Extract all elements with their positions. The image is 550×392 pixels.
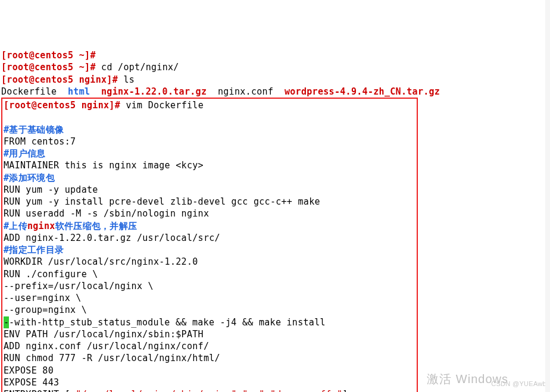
prompt-host: centos5 (35, 74, 73, 85)
ls-nginx-tgz: nginx-1.22.0.tar.gz (101, 86, 207, 97)
comment-4a: 上传 (9, 221, 27, 231)
prompt-at: @ (32, 100, 37, 111)
cmd-cd: cd /opt/nginx/ (101, 62, 179, 73)
dockerfile-user: --user=nginx \ (4, 293, 82, 303)
prompt-path: ~ (79, 62, 85, 73)
comment-1: 基于基础镜像 (9, 124, 64, 135)
dockerfile-run-install: RUN yum -y install pcre-devel zlib-devel… (4, 196, 320, 207)
cmd-ls: ls (123, 74, 135, 85)
entrypoint-close: ] (342, 389, 348, 392)
ls-wordpress-tgz: wordpress-4.9.4-zh_CN.tar.gz (285, 86, 440, 97)
prompt-user-text: root (7, 50, 29, 61)
dockerfile-prefix: --prefix=/usr/local/nginx \ (4, 281, 154, 291)
dockerfile-entrypoint: ENTRYPOINT [ (4, 389, 76, 392)
prompt-user: [ (1, 74, 7, 85)
entrypoint-str3: "daemon off;" (270, 389, 342, 392)
dockerfile-add-conf: ADD nginx.conf /usr/local/nginx/conf/ (4, 341, 209, 352)
dockerfile-run-useradd: RUN useradd -M -s /sbin/nologin nginx (4, 208, 209, 219)
prompt-hash: # (112, 74, 118, 85)
dockerfile-maintainer: MAINTAINER this is nginx image <kcy> (4, 160, 204, 171)
dockerfile-expose-443: EXPOSE 443 (4, 377, 59, 388)
dockerfile-workdir: WORKDIR /usr/local/src/nginx-1.22.0 (4, 256, 198, 267)
prompt-close: ] (107, 74, 112, 85)
comment-hash: # (4, 244, 9, 255)
comment-hash: # (4, 124, 9, 135)
comment-hash: # (4, 173, 9, 183)
prompt-path: nginx (82, 100, 110, 111)
prompt-hash: # (115, 100, 120, 111)
prompt-user: [ (4, 100, 9, 111)
prompt-hash: # (90, 50, 95, 61)
dockerfile-from: FROM centos:7 (4, 136, 76, 147)
prompt-at: @ (29, 50, 35, 61)
prompt-host: centos5 (37, 100, 76, 111)
watermark-csdn: CSDN @YUEAwb (491, 380, 546, 388)
entrypoint-str1: "/usr/local/nginx/sbin/nginx" (76, 389, 237, 392)
ls-html: html (68, 86, 90, 97)
ls-nginx-conf: nginx.conf (218, 86, 273, 97)
comment-hash: # (4, 221, 9, 231)
prompt-close: ] (85, 50, 90, 61)
prompt-at: @ (29, 74, 35, 85)
scrollbar[interactable] (545, 0, 550, 392)
prompt-host: centos5 (35, 50, 73, 61)
dockerfile-expose-80: EXPOSE 80 (4, 365, 54, 376)
entrypoint-str2: "-g" (242, 389, 264, 392)
prompt-close: ] (109, 100, 114, 111)
entrypoint-comma1: , (237, 389, 242, 392)
comment-2: 用户信息 (9, 148, 45, 159)
dockerfile-run-configure: RUN ./configure \ (4, 269, 98, 280)
prompt-user-text: root (7, 74, 29, 85)
prompt-path: nginx (79, 74, 107, 85)
comment-5: 指定工作目录 (9, 244, 64, 255)
prompt-hash: # (90, 62, 95, 73)
ls-dockerfile: Dockerfile (1, 86, 57, 97)
dockerfile-env-path: ENV PATH /usr/local/nginx/sbin:$PATH (4, 329, 204, 340)
comment-4b: 软件压缩包，并解压 (55, 221, 138, 231)
highlight-box: [root@centos5 nginx]# vim Dockerfile #基于… (1, 98, 418, 392)
terminal-output[interactable]: [root@centos5 ~]# [root@centos5 ~]# cd /… (1, 49, 549, 392)
cmd-vim: vim Dockerfile (126, 100, 204, 111)
dockerfile-add-tar: ADD nginx-1.22.0.tar.gz /usr/local/src/ (4, 233, 220, 243)
comment-hash: # (4, 148, 9, 159)
entrypoint-comma2: , (265, 389, 270, 392)
prompt-user-text: root (9, 100, 31, 111)
prompt-at: @ (29, 62, 35, 73)
prompt-user-text: root (7, 62, 29, 73)
prompt-user: [ (1, 62, 7, 73)
prompt-host: centos5 (35, 62, 73, 73)
prompt-path: ~ (79, 50, 85, 61)
dockerfile-with-module: -with-http_stub_status_module && make -j… (9, 317, 326, 328)
comment-nginx-keyword: nginx (27, 221, 55, 231)
dockerfile-group: --group=nginx \ (4, 305, 87, 315)
comment-3: 添加环境包 (9, 173, 55, 183)
dockerfile-run-chmod: RUN chmod 777 -R /usr/local/nginx/html/ (4, 353, 220, 363)
cursor-icon: - (4, 316, 9, 328)
dockerfile-run-update: RUN yum -y update (4, 184, 98, 195)
prompt-close: ] (85, 62, 90, 73)
prompt-user: [ (1, 50, 7, 61)
